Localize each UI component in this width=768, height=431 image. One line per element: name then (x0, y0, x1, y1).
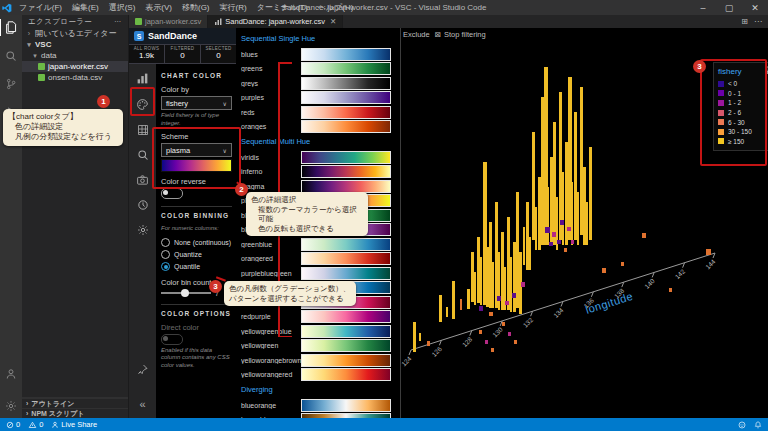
scheme-row-redpurple[interactable]: redpurple (241, 310, 398, 325)
scheme-row-purples[interactable]: purples (241, 91, 398, 106)
tab-japan-worker-csv[interactable]: japan-worker.csv (129, 15, 208, 28)
scheme-row-plasma[interactable]: plasma (241, 194, 398, 209)
menu-item-3[interactable]: 表示(V) (140, 2, 177, 13)
3d-bar[interactable] (552, 232, 556, 237)
3d-bar[interactable] (505, 301, 509, 305)
live-share-button[interactable]: Live Share (51, 420, 97, 429)
legend-item[interactable]: ≥ 150 (718, 137, 768, 147)
activity-explorer-icon[interactable] (0, 19, 23, 36)
sd-chart-type-icon[interactable] (136, 72, 149, 85)
sd-data-grid-icon[interactable] (137, 124, 149, 136)
3d-bar[interactable] (586, 202, 588, 245)
sd-history-icon[interactable] (137, 199, 149, 211)
3d-bar[interactable] (571, 240, 574, 244)
problems-warnings[interactable]: 0 (28, 420, 43, 429)
feedback-icon[interactable] (738, 421, 746, 429)
editor-more-icon[interactable]: ⋯ (754, 17, 762, 26)
scheme-row-purplebluegreen[interactable]: purplebluegreen (241, 266, 398, 281)
menu-item-2[interactable]: 選択(S) (104, 2, 141, 13)
file-onsen-data.csv[interactable]: onsen-data.csv (22, 72, 128, 83)
color-by-dropdown[interactable]: fishery ∨ (161, 96, 232, 110)
tab-sanddance[interactable]: SandDance: japan-worker.csv ✕ (208, 15, 343, 28)
scheme-row-blueorange[interactable]: blueorange (241, 398, 398, 413)
3d-bar[interactable] (564, 248, 567, 252)
folder-data[interactable]: ▾ data (22, 50, 128, 61)
3d-bar[interactable] (577, 192, 579, 245)
radio-quantile[interactable]: Quantile (161, 261, 232, 273)
scheme-row-yellowgreen[interactable]: yellowgreen (241, 339, 398, 354)
3d-bar[interactable] (460, 299, 462, 310)
3d-bar[interactable] (621, 262, 624, 266)
3d-bar[interactable] (492, 262, 494, 308)
menu-item-0[interactable]: ファイル(F) (14, 2, 67, 13)
close-button[interactable]: ✕ (742, 3, 768, 13)
3d-bar[interactable] (439, 295, 442, 322)
scheme-dropdown[interactable]: plasma ∨ (161, 143, 232, 157)
3d-bar[interactable] (642, 233, 646, 238)
scheme-row-yelloworangered[interactable]: yelloworangered (241, 368, 398, 383)
color-reverse-toggle[interactable] (161, 188, 183, 199)
legend-item[interactable]: 2 - 6 (718, 108, 768, 118)
slider-knob[interactable] (181, 289, 189, 297)
split-editor-icon[interactable]: ⊞ (741, 17, 748, 26)
3d-bar[interactable] (510, 257, 512, 312)
3d-bar[interactable] (497, 296, 501, 301)
3d-bar[interactable] (452, 281, 455, 319)
scheme-row-blues[interactable]: blues (241, 47, 398, 62)
sd-collapse-icon[interactable]: « (139, 394, 145, 412)
3d-bar[interactable] (502, 322, 505, 326)
3d-bar[interactable] (427, 341, 430, 346)
sd-chart-color-icon[interactable] (136, 98, 149, 111)
sd-settings-icon[interactable] (137, 224, 149, 236)
3d-bar[interactable] (602, 268, 606, 273)
sd-snapshot-icon[interactable] (136, 174, 149, 186)
activity-run-debug-icon[interactable] (0, 103, 22, 120)
3d-bar[interactable] (562, 172, 564, 245)
notifications-bell-icon[interactable] (754, 421, 762, 429)
radio-none-continuous-[interactable]: None (continuous) (161, 237, 232, 249)
3d-bar[interactable] (521, 282, 525, 287)
3d-bar[interactable] (479, 330, 482, 334)
scheme-row-purpleblue[interactable]: purpleblue (241, 281, 398, 296)
scheme-row-reds[interactable]: reds (241, 105, 398, 120)
scheme-row-greens[interactable]: greens (241, 62, 398, 77)
file-japan-worker.csv[interactable]: japan-worker.csv (22, 61, 128, 72)
explorer-more-icon[interactable]: ⋯ (114, 17, 122, 26)
3d-bar[interactable] (571, 182, 573, 245)
radio-quantize[interactable]: Quantize (161, 249, 232, 261)
activity-settings-icon[interactable] (0, 397, 22, 414)
3d-bar[interactable] (535, 207, 537, 250)
scheme-row-brownbluegreen[interactable]: brownbluegreen (241, 413, 398, 419)
3d-bar[interactable] (480, 257, 482, 305)
legend-item[interactable]: < 0 (718, 79, 768, 89)
3d-bar[interactable] (529, 237, 531, 270)
scheme-row-purplered[interactable]: purplered (241, 295, 398, 310)
scheme-row-greys[interactable]: greys (241, 76, 398, 91)
legend-item[interactable]: 6 - 30 (718, 117, 768, 127)
activity-search-icon[interactable] (0, 47, 22, 64)
3d-bar[interactable] (669, 288, 672, 292)
3d-bar[interactable] (491, 348, 494, 352)
3d-bar[interactable] (467, 289, 470, 309)
tab-close-icon[interactable]: ✕ (330, 17, 336, 26)
3d-bar[interactable] (498, 252, 500, 310)
3d-bar[interactable] (514, 340, 517, 344)
problems-errors[interactable]: 0 (6, 420, 20, 429)
activity-extensions-icon[interactable] (0, 131, 22, 148)
scheme-row-orangered[interactable]: orangered (241, 252, 398, 267)
menu-item-4[interactable]: 移動(G) (177, 2, 215, 13)
scheme-row-magma[interactable]: magma (241, 179, 398, 194)
3d-bar[interactable] (474, 272, 476, 305)
3d-bar[interactable] (479, 306, 483, 311)
scheme-row-bluepurple[interactable]: bluepurple (241, 223, 398, 238)
legend-item[interactable]: 30 - 150 (718, 127, 768, 137)
3d-bar[interactable] (512, 293, 516, 298)
scheme-row-yellowgreenblue[interactable]: yellowgreenblue (241, 324, 398, 339)
legend-item[interactable]: 1 - 2 (718, 98, 768, 108)
3d-bar[interactable] (557, 240, 561, 244)
legend-item[interactable]: 0 - 1 (718, 89, 768, 99)
menu-item-1[interactable]: 編集(E) (67, 2, 104, 13)
3d-bar[interactable] (549, 242, 553, 246)
open-editors-section[interactable]: › 開いているエディター (22, 28, 128, 39)
workspace-root[interactable]: ▾ VSC (22, 39, 128, 50)
